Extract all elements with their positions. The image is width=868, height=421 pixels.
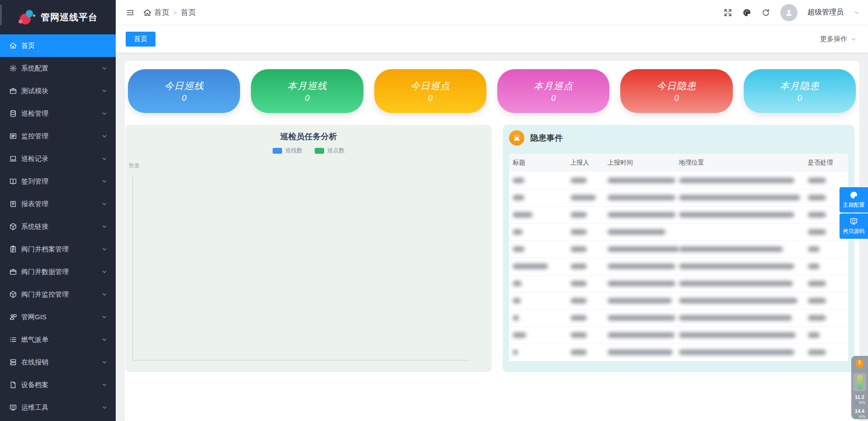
table-row[interactable] [509,258,848,275]
sidebar-item-巡检记录[interactable]: 巡检记录 [0,147,116,170]
palette-icon [849,191,858,199]
app-logo-icon [18,8,36,26]
column-header-上报人: 上报人 [567,154,604,172]
table-row[interactable] [509,223,848,241]
refresh-icon[interactable] [761,8,770,17]
sidebar-item-首页[interactable]: 首页 [0,34,116,57]
sidebar-item-设备档案[interactable]: 设备档案 [0,374,116,396]
sidebar-item-测试模块[interactable]: 测试模块 [0,80,116,102]
blurred-cell-content [513,350,518,355]
chevron-down-icon [101,133,108,139]
table-row[interactable] [509,309,848,326]
sidebar-item-报表管理[interactable]: 报表管理 [0,193,116,215]
breadcrumb-home[interactable]: 首页 [143,7,170,18]
chevron-down-icon [101,201,108,207]
legend-item[interactable]: 巡点数 [315,147,345,155]
blurred-cell-content [513,281,522,286]
blurred-cell-content [608,298,672,303]
table-row[interactable] [509,241,848,258]
blurred-cell-content [571,229,587,235]
chevron-down-icon [101,88,108,94]
blurred-cell-content [808,246,820,252]
briefcase-icon [9,87,17,95]
blurred-cell-content [608,229,665,235]
blurred-cell-content [808,315,826,321]
blurred-cell-content [808,229,826,235]
sidebar-item-label: 管网GIS [21,313,101,322]
fullscreen-icon[interactable] [723,8,732,17]
sidebar-item-label: 设备档案 [21,381,101,389]
stat-card-今日隐患: 今日隐患0 [620,69,732,113]
user-menu-chevron-icon[interactable] [854,9,860,16]
chevron-down-icon [101,336,108,343]
content-area: 今日巡线0本月巡线0今日巡点0本月巡点0今日隐患0本月隐患0 巡检员任务分析 巡… [116,53,868,421]
stat-card-label: 本月巡点 [533,80,573,92]
monitor-code-icon [849,217,858,226]
sidebar-item-在线报销[interactable]: 在线报销 [0,351,116,374]
alarm-icon [509,130,524,146]
gauge-capsule [857,375,863,389]
tab-home[interactable]: 首页 [126,32,156,47]
blurred-cell-content [513,195,524,200]
column-header-标题: 标题 [509,154,567,172]
table-row[interactable] [509,292,848,309]
blurred-cell-content [679,315,792,321]
sidebar-item-签到管理[interactable]: 签到管理 [0,170,116,193]
table-row[interactable] [509,326,848,344]
sidebar-item-阀门井档案管理[interactable]: 阀门井档案管理 [0,238,116,260]
blurred-cell-content [679,195,800,200]
sidebar: 管网巡线平台 首页 系统配置 测试模块 巡检管理 监控管理 巡检记录 签到管理 … [0,0,116,421]
blurred-cell-content [808,212,826,218]
blurred-cell-content [808,298,826,303]
float-button-主题配置[interactable]: 主题配置 [840,187,868,213]
chevron-down-icon [101,404,108,411]
stat-card-今日巡线: 今日巡线0 [128,69,240,113]
blurred-cell-content [679,178,794,183]
table-row[interactable] [509,275,848,292]
sidebar-scrollbar[interactable] [0,5,2,25]
cube-icon [9,290,17,298]
blurred-cell-content [679,246,783,252]
stat-card-value: 0 [674,94,679,103]
legend-label: 巡点数 [327,147,345,155]
home-icon [143,8,151,17]
float-button-拷贝源码[interactable]: 拷贝源码 [840,213,868,239]
shield-badge-count: 1 [855,360,865,365]
table-row[interactable] [509,189,848,206]
blurred-cell-content [571,212,587,218]
sidebar-item-巡检管理[interactable]: 巡检管理 [0,102,116,125]
net-speed-widget[interactable]: 1 11.2 ▲ K/s 14.4 ▼ K/s [851,356,868,419]
blurred-cell-content [571,298,587,303]
blurred-cell-content [608,315,675,321]
stat-card-value: 0 [305,94,309,103]
sidebar-collapse-icon[interactable] [126,8,135,17]
hazard-events-panel: 隐患事件 标题上报人上报时间地理位置是否处理 [503,125,854,372]
column-header-地理位置: 地理位置 [675,154,804,172]
stat-card-value: 0 [797,94,802,103]
stat-card-label: 本月巡线 [287,80,327,92]
table-row[interactable] [509,206,848,223]
chart-title: 巡检员任务分析 [125,131,492,142]
sidebar-item-燃气派单[interactable]: 燃气派单 [0,328,116,351]
sidebar-item-运维工具[interactable]: 运维工具 [0,396,116,419]
column-header-是否处理: 是否处理 [804,154,849,172]
theme-palette-icon[interactable] [742,8,751,17]
sidebar-item-系统链接[interactable]: 系统链接 [0,215,116,238]
sidebar-item-系统配置[interactable]: 系统配置 [0,57,116,80]
sidebar-item-label: 阀门井监控管理 [21,290,101,299]
book-open-icon [9,177,17,185]
sidebar-item-管网GIS[interactable]: 管网GIS [0,306,116,328]
table-row[interactable] [509,172,848,189]
avatar[interactable] [780,4,797,21]
sidebar-item-阀门井数据管理[interactable]: 阀门井数据管理 [0,260,116,283]
blurred-cell-content [608,246,679,252]
more-operations-button[interactable]: 更多操作 [820,35,856,43]
sidebar-item-阀门井监控管理[interactable]: 阀门井监控管理 [0,283,116,306]
sidebar-item-label: 系统配置 [21,64,101,73]
blurred-cell-content [608,350,673,355]
user-name[interactable]: 超级管理员 [807,8,844,17]
table-row[interactable] [509,344,848,361]
sidebar-item-监控管理[interactable]: 监控管理 [0,125,116,147]
legend-item[interactable]: 巡线数 [273,147,303,155]
upload-speed-value: 11.2 [854,394,865,400]
